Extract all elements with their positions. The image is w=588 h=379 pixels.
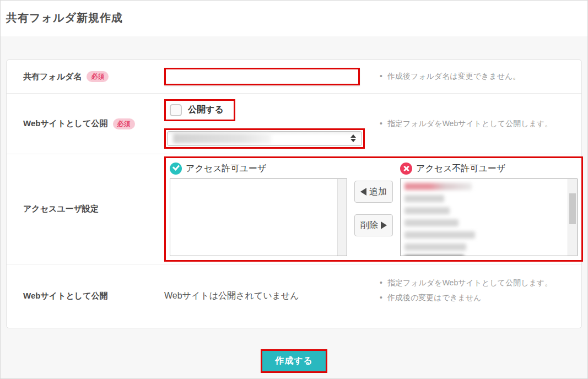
arrow-left-icon: [360, 188, 366, 196]
denied-users-title: アクセス不許可ユーザ: [416, 163, 505, 175]
publish-checkbox-group: 公開する: [164, 99, 235, 121]
required-badge: 必須: [87, 71, 109, 82]
folder-name-content: [164, 68, 379, 85]
add-user-label: 追加: [369, 186, 387, 198]
user-item-redacted[interactable]: [404, 256, 464, 256]
swap-buttons-column: 追加 削除: [352, 161, 395, 236]
denied-users-column: アクセス不許可ユーザ: [400, 161, 578, 256]
site-select[interactable]: [167, 131, 362, 146]
add-user-button[interactable]: 追加: [354, 181, 393, 203]
publish-status-notes: 指定フォルダをWebサイトとして公開します。 作成後の変更はできません: [379, 264, 581, 306]
row-access-users: アクセスユーザ設定 アクセス許可ユーザ: [7, 154, 581, 264]
publish-checkbox[interactable]: [170, 104, 182, 116]
scroll-up-icon: [339, 182, 345, 188]
publish-status-label-group: Webサイトとして公開: [7, 291, 164, 301]
denied-users-redacted-list: [401, 179, 577, 256]
publish-label-group: Webサイトとして公開 必須: [7, 118, 164, 129]
note-text: 作成後の変更はできません: [379, 291, 566, 304]
access-panel: アクセス許可ユーザ 追加 削除: [164, 156, 583, 262]
user-item-redacted[interactable]: [404, 219, 458, 226]
scroll-down-icon: [569, 246, 575, 252]
note-text: 指定フォルダをWebサイトとして公開します。: [379, 117, 566, 130]
remove-user-label: 削除: [360, 220, 378, 231]
site-select-wrap: [164, 128, 365, 149]
denied-users-header: アクセス不許可ユーザ: [400, 163, 578, 175]
publish-label: Webサイトとして公開: [23, 118, 108, 129]
scrollbar-thumb[interactable]: [569, 193, 576, 224]
create-folder-form: 共有フォルダ名 必須 作成後フォルダ名は変更できません。 Webサイトとして公開…: [6, 59, 582, 328]
user-item-redacted[interactable]: [404, 195, 444, 202]
user-item-redacted[interactable]: [404, 207, 450, 214]
publish-content: 公開する: [164, 99, 379, 149]
note-text: 指定フォルダをWebサイトとして公開します。: [379, 277, 566, 289]
select-spinner-icon: [350, 134, 356, 142]
page-header: 共有フォルダ新規作成: [1, 1, 587, 36]
access-label: アクセスユーザ設定: [23, 204, 99, 214]
required-badge: 必須: [113, 118, 135, 129]
form-footer: 作成する: [1, 349, 587, 373]
remove-user-button[interactable]: 削除: [354, 214, 393, 236]
folder-name-label-group: 共有フォルダ名 必須: [7, 71, 164, 82]
publish-status-content: Webサイトは公開されていません: [164, 290, 379, 302]
note-text: 作成後フォルダ名は変更できません。: [379, 70, 566, 83]
user-item-redacted[interactable]: [404, 231, 475, 239]
user-item-redacted[interactable]: [404, 183, 472, 190]
x-circle-icon: [400, 163, 412, 175]
publish-status-value: Webサイトは公開されていません: [164, 290, 299, 302]
create-button[interactable]: 作成する: [261, 349, 327, 373]
scroll-up-icon: [569, 182, 575, 188]
scroll-down-icon: [339, 246, 345, 252]
folder-name-notes: 作成後フォルダ名は変更できません。: [379, 68, 581, 85]
allowed-users-listbox[interactable]: [170, 178, 347, 256]
publish-checkbox-label: 公開する: [188, 104, 224, 116]
publish-status-label: Webサイトとして公開: [23, 291, 108, 301]
allowed-users-header: アクセス許可ユーザ: [170, 163, 347, 175]
access-label-group: アクセスユーザ設定: [7, 204, 164, 214]
allowed-listbox-scrollbar[interactable]: [337, 179, 347, 256]
folder-name-input[interactable]: [164, 68, 360, 85]
denied-listbox-scrollbar[interactable]: [568, 179, 577, 256]
row-folder-name: 共有フォルダ名 必須 作成後フォルダ名は変更できません。: [7, 60, 581, 94]
user-item-redacted[interactable]: [404, 243, 466, 251]
allowed-users-column: アクセス許可ユーザ: [170, 161, 347, 256]
row-publish-status: Webサイトとして公開 Webサイトは公開されていません 指定フォルダをWebサ…: [7, 264, 581, 328]
arrow-right-icon: [381, 221, 387, 229]
row-publish-website: Webサイトとして公開 必須 公開する: [7, 94, 581, 154]
check-circle-icon: [170, 163, 182, 175]
allowed-users-title: アクセス許可ユーザ: [186, 163, 266, 175]
page-title: 共有フォルダ新規作成: [6, 10, 587, 25]
site-select-value-redacted: [173, 133, 271, 143]
folder-name-label: 共有フォルダ名: [23, 72, 82, 82]
create-shared-folder-page: 共有フォルダ新規作成 共有フォルダ名 必須 作成後フォルダ名は変更できません。 …: [0, 0, 588, 379]
denied-users-listbox[interactable]: [400, 178, 578, 256]
publish-notes: 指定フォルダをWebサイトとして公開します。: [379, 115, 581, 132]
